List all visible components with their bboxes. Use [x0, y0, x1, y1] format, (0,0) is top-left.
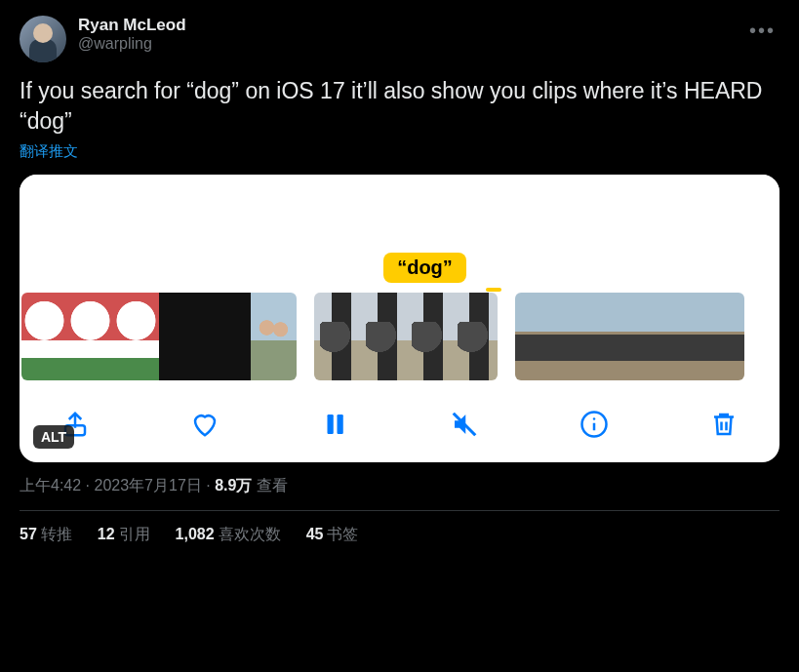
views-count: 8.9万 — [215, 477, 252, 494]
clip-group[interactable] — [314, 293, 498, 380]
translate-link[interactable]: 翻译推文 — [20, 142, 78, 161]
pause-icon[interactable] — [318, 408, 351, 441]
thumbnail — [515, 293, 561, 380]
trash-icon[interactable] — [707, 408, 740, 441]
more-icon[interactable]: ••• — [745, 16, 779, 46]
clip-group[interactable] — [515, 293, 744, 380]
heart-icon[interactable] — [188, 408, 221, 441]
handle: @warpling — [78, 35, 734, 53]
stats-row: 57转推 12引用 1,082喜欢次数 45书签 — [20, 525, 779, 545]
tweet-time[interactable]: 上午4:42 — [20, 477, 81, 494]
thumbnail — [21, 293, 67, 380]
tweet-header: Ryan McLeod @warpling ••• — [20, 16, 779, 62]
quotes-stat[interactable]: 12引用 — [98, 525, 150, 545]
author-block[interactable]: Ryan McLeod @warpling — [78, 16, 734, 53]
thumbnail — [360, 293, 406, 380]
thumbnail — [653, 293, 699, 380]
thumbnail — [159, 293, 205, 380]
media-whitespace — [20, 175, 779, 253]
avatar[interactable] — [20, 16, 66, 62]
thumbnail — [561, 293, 607, 380]
thumbnail — [452, 293, 498, 380]
tweet-date[interactable]: 2023年7月17日 — [94, 477, 201, 494]
views-label: 查看 — [257, 477, 288, 494]
thumbnail — [699, 293, 744, 380]
clip-group[interactable] — [21, 293, 297, 380]
media-card[interactable]: “dog” — [20, 175, 779, 462]
thumbnail — [113, 293, 159, 380]
svg-rect-2 — [338, 415, 343, 434]
thumbnail — [607, 293, 653, 380]
badge-row: “dog” — [20, 253, 779, 293]
display-name: Ryan McLeod — [78, 16, 734, 35]
tweet-container: Ryan McLeod @warpling ••• If you search … — [0, 0, 799, 561]
video-timeline[interactable] — [20, 293, 779, 390]
info-icon[interactable] — [578, 408, 611, 441]
retweets-stat[interactable]: 57转推 — [20, 525, 72, 545]
thumbnail — [251, 293, 297, 380]
tweet-text: If you search for “dog” on iOS 17 it’ll … — [20, 76, 779, 137]
tweet-meta: 上午4:42 · 2023年7月17日 · 8.9万 查看 — [20, 476, 779, 496]
mute-icon[interactable] — [448, 408, 481, 441]
thumbnail — [205, 293, 251, 380]
alt-badge[interactable]: ALT — [33, 425, 74, 449]
thumbnail — [67, 293, 113, 380]
bookmarks-stat[interactable]: 45书签 — [306, 525, 359, 545]
playhead-marker-icon — [486, 288, 501, 292]
divider — [20, 510, 779, 511]
thumbnail — [406, 293, 452, 380]
svg-rect-1 — [328, 415, 334, 434]
svg-point-6 — [593, 417, 596, 420]
search-term-badge: “dog” — [383, 253, 466, 283]
likes-stat[interactable]: 1,082喜欢次数 — [176, 525, 281, 545]
media-toolbar — [20, 390, 779, 462]
thumbnail — [314, 293, 360, 380]
